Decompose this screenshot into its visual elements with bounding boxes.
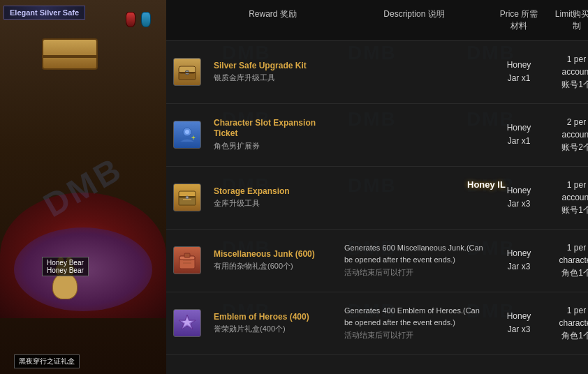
bear-figure <box>52 273 78 308</box>
table-row: Storage Expansion 金库升级工具 Honey Jar x3 1 … <box>166 167 588 230</box>
row-5-icon-cell <box>166 304 208 343</box>
row-4-desc-cell: Generates 600 Miscellaneous Junk.(Can be… <box>337 237 491 284</box>
row-1-icon-cell <box>166 52 208 91</box>
row-2-desc-cell <box>337 129 491 140</box>
row-5-desc-en: Generates 400 Emblem of Heroes.(Can be o… <box>344 305 484 328</box>
chest-body <box>42 38 98 70</box>
row-4-desc-en: Generates 600 Miscellaneous Junk.(Can be… <box>344 242 484 265</box>
row-5-icon <box>173 309 201 337</box>
row-4-limit-cell: 1 per character 角色1个 <box>547 236 588 285</box>
col-description: Description 说明 <box>337 6 491 35</box>
row-3-limit-3: 账号1个 <box>550 204 588 216</box>
row-5-limit-cell: 1 per character 角色1个 <box>547 299 588 347</box>
row-5-name-cell: Emblem of Heroes (400) 誉荣勋片礼盒(400个) <box>208 306 337 341</box>
row-2-name-cn: 角色男扩展券 <box>214 141 332 151</box>
row-5-price-2: Jar x3 <box>494 323 544 336</box>
row-2-price-1: Honey <box>494 121 544 135</box>
potion-red <box>126 12 135 27</box>
svg-point-5 <box>185 130 189 134</box>
row-4-limit-3: 角色1个 <box>550 267 588 279</box>
chest-stripe <box>43 55 96 58</box>
row-4-name-cn: 有用的杂物礼盒(600个) <box>214 261 332 271</box>
bottom-tooltip: 黑夜穿行之证礼盒 <box>14 354 80 368</box>
row-1-icon <box>173 58 201 86</box>
row-5-name-en: Emblem of Heroes (400) <box>214 312 332 323</box>
row-1-name-cn: 银质金库升级工具 <box>214 73 332 83</box>
row-5-limit-2: character <box>550 317 588 329</box>
row-2-name-cell: Character Slot Expansion Ticket 角色男扩展券 <box>208 112 337 158</box>
bear-body <box>52 273 78 299</box>
row-5-name-cn: 誉荣勋片礼盒(400个) <box>214 324 332 334</box>
row-5-limit-3: 角色1个 <box>550 329 588 342</box>
row-4-icon <box>173 246 201 274</box>
table-row: Miscellaneous Junk (600) 有用的杂物礼盒(600个) G… <box>166 230 588 292</box>
row-3-limit-2: account <box>550 191 588 204</box>
svg-point-10 <box>186 196 189 199</box>
row-3-icon <box>173 184 201 211</box>
row-1-price-1: Honey <box>494 59 544 72</box>
row-1-limit-2: account <box>550 66 588 78</box>
row-4-limit-1: 1 per <box>550 241 588 254</box>
game-scene: Elegant Silver Safe <box>0 0 166 374</box>
row-1-limit-cell: 1 per account 账号1个 <box>547 47 588 96</box>
row-3-name-cell: Storage Expansion 金库升级工具 <box>208 181 337 215</box>
row-1-price-2: Jar x1 <box>494 72 544 85</box>
row-5-price-1: Honey <box>494 310 544 323</box>
row-5-price-cell: Honey Jar x3 <box>491 304 547 342</box>
col-icon <box>166 6 208 35</box>
potion-blue <box>141 12 151 27</box>
chest-icon <box>177 63 197 80</box>
row-5-desc-cell: Generates 400 Emblem of Heroes.(Can be o… <box>337 299 491 347</box>
svg-text:+: + <box>191 134 196 142</box>
ticket-icon: + <box>177 125 197 144</box>
table-row: Emblem of Heroes (400) 誉荣勋片礼盒(400个) Gene… <box>166 292 588 355</box>
row-2-limit-3: 账号2个 <box>550 141 588 154</box>
col-price: Price 所需材料 <box>491 6 547 35</box>
bear-name-2: Honey Bear <box>47 267 84 274</box>
row-3-price-1: Honey <box>494 184 544 197</box>
row-4-price-2: Jar x3 <box>494 260 544 274</box>
row-4-name-cell: Miscellaneous Junk (600) 有用的杂物礼盒(600个) <box>208 244 337 278</box>
row-2-price-2: Jar x1 <box>494 135 544 148</box>
row-4-icon-cell <box>166 241 208 280</box>
svg-rect-3 <box>179 72 196 73</box>
bear-name-1: Honey Bear <box>47 259 84 267</box>
bear-character <box>52 273 78 308</box>
bear-label: Honey Bear Honey Bear <box>42 257 89 276</box>
bottom-tooltip-text: 黑夜穿行之证礼盒 <box>19 357 75 365</box>
row-2-icon-cell: + <box>166 115 208 154</box>
game-panel: Elegant Silver Safe <box>0 0 166 374</box>
row-3-price-2: Jar x3 <box>494 197 544 211</box>
table-row: Silver Safe Upgrade Kit 银质金库升级工具 Honey J… <box>166 41 588 104</box>
row-2-name-en: Character Slot Expansion Ticket <box>214 118 332 140</box>
row-2-limit-cell: 2 per account 账号2个 <box>547 110 588 159</box>
row-3-name-cn: 金库升级工具 <box>214 198 332 209</box>
row-3-icon-cell <box>166 178 208 217</box>
row-2-limit-1: 2 per <box>550 116 588 128</box>
svg-rect-11 <box>183 199 191 200</box>
chest-object <box>42 38 98 84</box>
row-2-icon: + <box>173 121 201 149</box>
junk-icon <box>177 250 197 270</box>
row-1-name-cell: Silver Safe Upgrade Kit 银质金库升级工具 <box>208 55 337 89</box>
row-5-desc-cn: 活动结束后可以打开 <box>344 329 484 341</box>
row-1-price-cell: Honey Jar x1 <box>491 53 547 91</box>
table-row: + Character Slot Expansion Ticket 角色男扩展券… <box>166 104 588 167</box>
row-3-price-cell: Honey Jar x3 <box>491 179 547 216</box>
row-1-name-en: Silver Safe Upgrade Kit <box>214 61 332 72</box>
row-4-limit-2: character <box>550 254 588 267</box>
shelf-decoration <box>124 10 159 31</box>
row-1-limit-3: 账号1个 <box>550 78 588 91</box>
row-4-name-en: Miscellaneous Junk (600) <box>214 249 332 260</box>
emblem-icon <box>177 313 197 333</box>
row-2-limit-2: account <box>550 128 588 141</box>
row-3-desc-cell <box>337 192 491 203</box>
col-limit: Limit购买限制 <box>547 6 588 35</box>
row-5-limit-1: 1 per <box>550 304 588 317</box>
col-reward: Reward 奖励 <box>208 6 337 35</box>
row-1-desc-cell <box>337 66 491 77</box>
game-title-text: Elegant Silver Safe <box>10 8 79 17</box>
row-4-price-cell: Honey Jar x3 <box>491 241 547 279</box>
row-3-name-en: Storage Expansion <box>214 186 332 197</box>
table-panel[interactable]: DMB DMB DMB DMB DMB DMB DMB DMB DMB DMB … <box>166 0 588 374</box>
